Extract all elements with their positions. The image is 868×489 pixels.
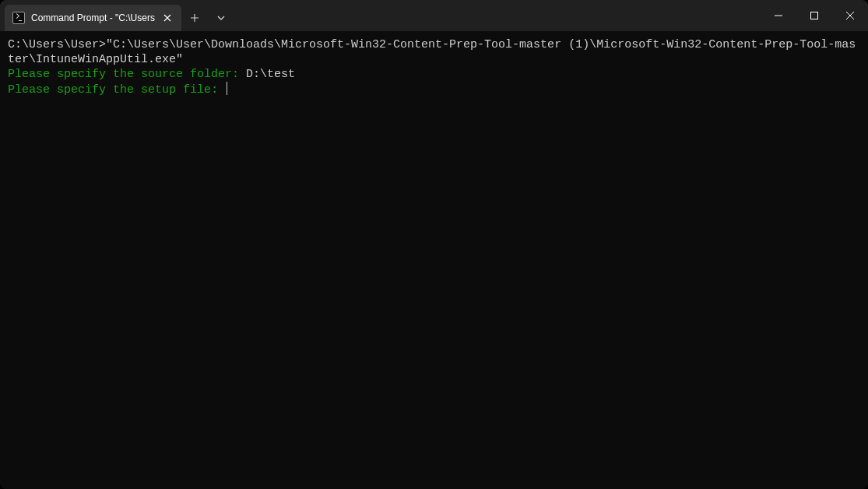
terminal-area[interactable]: C:\Users\User>"C:\Users\User\Downloads\M…: [0, 31, 868, 489]
shell-prompt: C:\Users\User>: [8, 38, 106, 51]
close-icon: [163, 14, 171, 22]
maximize-button[interactable]: [796, 0, 832, 31]
new-tab-button[interactable]: [181, 5, 208, 31]
input-source-folder: D:\test: [246, 68, 295, 81]
window-close-button[interactable]: [832, 0, 868, 31]
command-text: "C:\Users\User\Downloads\Microsoft-Win32…: [8, 38, 856, 66]
maximize-icon: [810, 12, 818, 19]
chevron-down-icon: [216, 13, 226, 23]
tab-close-button[interactable]: [161, 12, 174, 24]
titlebar-drag-region[interactable]: [234, 0, 761, 31]
window-close-icon: [846, 12, 854, 19]
minimize-button[interactable]: [761, 0, 796, 31]
minimize-icon: [775, 12, 782, 19]
terminal-window: Command Prompt - "C:\Users: [0, 0, 868, 489]
tab-strip: Command Prompt - "C:\Users: [0, 0, 234, 31]
plus-icon: [190, 13, 199, 23]
prompt-setup-file: Please specify the setup file:: [8, 83, 225, 97]
window-controls: [761, 0, 868, 31]
tab-title: Command Prompt - "C:\Users: [31, 12, 155, 23]
prompt-source-folder: Please specify the source folder:: [8, 68, 246, 81]
svg-rect-0: [811, 12, 818, 19]
titlebar: Command Prompt - "C:\Users: [0, 0, 868, 31]
tab-dropdown-button[interactable]: [208, 5, 234, 31]
cmd-icon: [12, 12, 25, 24]
tab-active[interactable]: Command Prompt - "C:\Users: [5, 5, 181, 31]
text-cursor: [227, 82, 227, 95]
